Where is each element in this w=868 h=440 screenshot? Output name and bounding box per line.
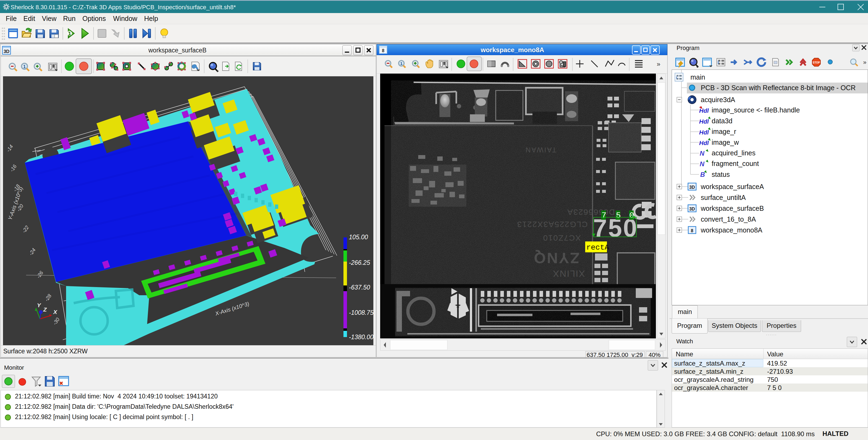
svg-text:N: N — [700, 150, 705, 157]
svg-text:1: 1 — [23, 64, 26, 69]
svg-text:-28: -28 — [43, 293, 53, 302]
svg-text:image_source <- fileB.handle: image_source <- fileB.handle — [712, 106, 800, 114]
svg-text:8: 8 — [691, 229, 693, 233]
svg-text:fragment_count: fragment_count — [712, 160, 759, 167]
svg-text:Hdl: Hdl — [699, 129, 709, 136]
svg-text:1: 1 — [400, 61, 402, 66]
svg-text:-1008.75: -1008.75 — [349, 309, 373, 316]
svg-text:image_r: image_r — [712, 128, 736, 135]
svg-text:-1380.00: -1380.00 — [349, 334, 373, 341]
svg-text:-14: -14 — [5, 144, 14, 153]
svg-text:»: » — [863, 59, 866, 66]
svg-text:acquired_lines: acquired_lines — [712, 149, 755, 157]
svg-text:STOP: STOP — [812, 61, 820, 64]
svg-text:-26: -26 — [35, 270, 44, 279]
svg-text:X: X — [53, 309, 58, 315]
svg-text:rectA: rectA — [586, 243, 609, 252]
svg-text:-16: -16 — [9, 163, 18, 173]
svg-text:-30: -30 — [52, 316, 61, 326]
svg-text:acquire3dA: acquire3dA — [701, 96, 735, 103]
svg-text:-24: -24 — [28, 247, 37, 257]
svg-text:B: B — [700, 171, 705, 178]
svg-text:Y: Y — [37, 302, 41, 308]
svg-text:N: N — [700, 160, 705, 168]
svg-text:-266.25: -266.25 — [349, 259, 370, 266]
svg-text:convert_16_to_8A: convert_16_to_8A — [701, 215, 756, 223]
svg-text:1: 1 — [68, 31, 71, 36]
svg-text:Hdl: Hdl — [699, 140, 709, 146]
svg-text:surface_untiltA: surface_untiltA — [701, 194, 746, 201]
svg-text:workspace_surfaceB: workspace_surfaceB — [701, 205, 764, 212]
svg-text:3D: 3D — [689, 207, 695, 211]
svg-text:105.00: 105.00 — [349, 234, 368, 241]
svg-text:7: 7 — [601, 211, 607, 220]
svg-text:data3d: data3d — [712, 117, 732, 125]
svg-text:main: main — [690, 73, 705, 81]
svg-text:-637.50: -637.50 — [349, 284, 370, 291]
svg-text:workspace_surfaceA: workspace_surfaceA — [701, 183, 764, 191]
svg-text:5: 5 — [616, 211, 621, 220]
svg-text:Hdl: Hdl — [699, 118, 709, 125]
svg-text:Hdl: Hdl — [699, 107, 709, 114]
svg-text:Z: Z — [43, 306, 47, 313]
svg-text:workspace_mono8A: workspace_mono8A — [701, 226, 763, 234]
svg-text:PCB - 3D Scan with Reflectance: PCB - 3D Scan with Reflectance 8-bit Ima… — [701, 84, 856, 92]
svg-text:image_w: image_w — [712, 138, 739, 146]
svg-text:-22: -22 — [21, 224, 30, 234]
svg-text:»: » — [657, 60, 660, 68]
svg-text:status: status — [712, 171, 730, 178]
svg-text:3D: 3D — [689, 185, 695, 190]
